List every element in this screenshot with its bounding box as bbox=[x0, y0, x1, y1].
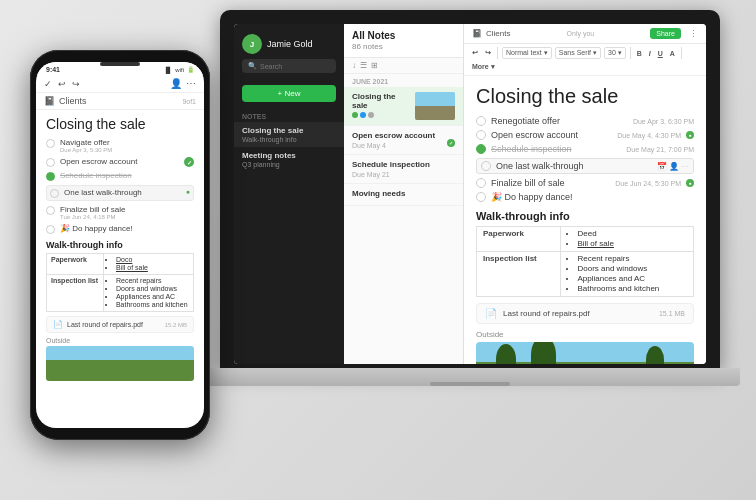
new-note-button[interactable]: + New bbox=[242, 85, 336, 102]
editor-notebook-name: Clients bbox=[486, 29, 510, 38]
task-item-5[interactable]: Finalize bill of sale Due Jun 24, 5:30 P… bbox=[476, 178, 694, 188]
task-checkbox-3[interactable] bbox=[476, 144, 486, 154]
phone-bezel: 9:41 ▐▌ wifi 🔋 ✓ ↩ ↪ 👤 ⋯ � bbox=[30, 50, 210, 440]
sort-button[interactable]: ↓ bbox=[352, 61, 356, 70]
task-more-icon[interactable]: ⋯ bbox=[681, 162, 689, 171]
table-label-paperwork: Paperwork bbox=[477, 227, 561, 252]
underline-button[interactable]: U bbox=[656, 49, 665, 58]
task-assign-icon[interactable]: 👤 bbox=[669, 162, 679, 171]
task-checkbox-5[interactable] bbox=[476, 178, 486, 188]
walkthrough-table: Paperwork Deed Bill of sale Inspection l… bbox=[476, 226, 694, 297]
grid-view-button[interactable]: ⊞ bbox=[371, 61, 378, 70]
task-checkbox-1[interactable] bbox=[476, 116, 486, 126]
editor-content[interactable]: Closing the sale Renegotiate offer Due A… bbox=[464, 76, 706, 364]
redo-button[interactable]: ↪ bbox=[483, 48, 493, 58]
laptop: J Jamie Gold 🔍 Search + New NOTES Closin… bbox=[200, 10, 740, 490]
completion-badge: ✓ bbox=[447, 139, 455, 147]
sidebar-section-label: NOTES bbox=[234, 111, 344, 122]
sidebar-item-closing-sale[interactable]: Closing the sale Walk-through info bbox=[234, 122, 344, 147]
editor-panel: 📓 Clients Only you Share ⋮ ↩ ↪ Normal te… bbox=[464, 24, 706, 364]
share-button[interactable]: Share bbox=[650, 28, 681, 39]
note-list-item-escrow[interactable]: Open escrow account Due May 4 ✓ bbox=[344, 126, 463, 155]
phone-toolbar: ✓ ↩ ↪ 👤 ⋯ bbox=[36, 75, 204, 93]
phone-list-item-doc: Doco bbox=[116, 256, 189, 263]
task-actions-4: 📅 👤 ⋯ bbox=[657, 162, 689, 171]
phone-checkbox-3[interactable] bbox=[46, 172, 55, 181]
font-color-button[interactable]: A bbox=[668, 49, 677, 58]
bold-button[interactable]: B bbox=[635, 49, 644, 58]
phone-walkthrough-table: Paperwork Doco Bill of sale Inspection l… bbox=[46, 253, 194, 312]
phone-content[interactable]: Closing the sale Navigate offer Due Apr … bbox=[36, 110, 204, 428]
task-item-6[interactable]: 🎉 Do happy dance! bbox=[476, 192, 694, 202]
attachment-bar[interactable]: 📄 Last round of repairs.pdf 15.1 MB bbox=[476, 303, 694, 324]
blue-tag-dot bbox=[360, 112, 366, 118]
phone-undo-button[interactable]: ✓ bbox=[44, 79, 52, 89]
undo-button[interactable]: ↩ bbox=[470, 48, 480, 58]
phone-task-3[interactable]: Schedule inspection bbox=[46, 171, 194, 181]
phone-toolbar-left: ✓ ↩ ↪ bbox=[44, 79, 80, 89]
phone-attachment[interactable]: 📄 Last round of repairs.pdf 15.2 MB bbox=[46, 316, 194, 333]
toolbar-separator-3 bbox=[681, 47, 682, 59]
task-item-3[interactable]: Schedule inspection Due May 21, 7:00 PM bbox=[476, 144, 694, 154]
more-options-icon[interactable]: ⋮ bbox=[689, 29, 698, 39]
font-dropdown[interactable]: Sans Serif ▾ bbox=[555, 47, 601, 59]
task-item-4[interactable]: One last walk-through 📅 👤 ⋯ bbox=[476, 158, 694, 174]
laptop-bezel: J Jamie Gold 🔍 Search + New NOTES Closin… bbox=[220, 10, 720, 370]
tree-left bbox=[496, 344, 516, 364]
phone-task-2[interactable]: Open escrow account ✓ bbox=[46, 157, 194, 167]
more-formatting-button[interactable]: More ▾ bbox=[470, 62, 497, 72]
task-checkbox-4[interactable] bbox=[481, 161, 491, 171]
task-item-2[interactable]: Open escrow account Due May 4, 4:30 PM ● bbox=[476, 130, 694, 140]
phone-table-label-paperwork: Paperwork bbox=[47, 254, 104, 275]
phone-back-button[interactable]: ↩ bbox=[58, 79, 66, 89]
phone-forward-button[interactable]: ↪ bbox=[72, 79, 80, 89]
attachment-name: Last round of repairs.pdf bbox=[503, 309, 590, 318]
sidebar-item-meeting-notes[interactable]: Meeting notes Q3 planning bbox=[234, 147, 344, 172]
list-item-doors-windows: Doors and windows bbox=[577, 264, 687, 273]
list-item-appliances: Appliances and AC bbox=[577, 274, 687, 283]
phone-toolbar-right: 👤 ⋯ bbox=[170, 78, 196, 89]
sidebar-search[interactable]: 🔍 Search bbox=[242, 59, 336, 73]
phone-checkbox-1[interactable] bbox=[46, 139, 55, 148]
phone-notch bbox=[100, 62, 140, 66]
notes-list-header: All Notes 86 notes bbox=[344, 24, 463, 58]
task-checkbox-6[interactable] bbox=[476, 192, 486, 202]
phone-checkbox-4[interactable] bbox=[50, 189, 59, 198]
phone-task-6[interactable]: 🎉 Do happy dance! bbox=[46, 224, 194, 234]
task-checkbox-2[interactable] bbox=[476, 130, 486, 140]
phone-share-icon[interactable]: 👤 bbox=[170, 78, 182, 89]
note-list-item-closing-sale[interactable]: Closing the sale bbox=[344, 87, 463, 126]
task-badge-5: ● bbox=[686, 179, 694, 187]
task-item-1[interactable]: Renegotiate offer Due Apr 3, 6:30 PM bbox=[476, 116, 694, 126]
phone-checkbox-2[interactable] bbox=[46, 158, 55, 167]
phone-checkbox-6[interactable] bbox=[46, 225, 55, 234]
attachment-size: 15.1 MB bbox=[659, 310, 685, 317]
walkthrough-section-heading: Walk-through info bbox=[476, 210, 694, 222]
task-calendar-icon[interactable]: 📅 bbox=[657, 162, 667, 171]
phone-checkbox-5[interactable] bbox=[46, 206, 55, 215]
note-list-item-moving[interactable]: Moving needs bbox=[344, 184, 463, 206]
notes-list-count: 86 notes bbox=[352, 42, 455, 51]
toolbar-separator-1 bbox=[497, 47, 498, 59]
phone-task-4[interactable]: One last walk-through ● bbox=[46, 185, 194, 201]
italic-button[interactable]: I bbox=[647, 49, 653, 58]
phone-list-item-appliances: Appliances and AC bbox=[116, 293, 189, 300]
phone-screen: 9:41 ▐▌ wifi 🔋 ✓ ↩ ↪ 👤 ⋯ � bbox=[36, 62, 204, 428]
note-list-item-inspection[interactable]: Schedule inspection Due May 21 bbox=[344, 155, 463, 184]
list-view-button[interactable]: ☰ bbox=[360, 61, 367, 70]
attachment-icon: 📄 bbox=[485, 308, 497, 319]
laptop-screen: J Jamie Gold 🔍 Search + New NOTES Closin… bbox=[234, 24, 706, 364]
phone-list-item-bill: Bill of sale bbox=[116, 264, 189, 271]
phone-task-1[interactable]: Navigate offer Due Apr 3, 5:30 PM bbox=[46, 138, 194, 153]
phone: 9:41 ▐▌ wifi 🔋 ✓ ↩ ↪ 👤 ⋯ � bbox=[30, 50, 210, 440]
editor-top-bar: 📓 Clients Only you Share ⋮ bbox=[464, 24, 706, 44]
size-dropdown[interactable]: 30 ▾ bbox=[604, 47, 626, 59]
editor-toolbar: ↩ ↪ Normal text ▾ Sans Serif ▾ 30 ▾ B I … bbox=[464, 44, 706, 76]
app-layout: J Jamie Gold 🔍 Search + New NOTES Closin… bbox=[234, 24, 706, 364]
phone-task-5[interactable]: Finalize bill of sale Tue Jun 24, 4:18 P… bbox=[46, 205, 194, 220]
tree-right bbox=[646, 346, 664, 364]
phone-more-icon[interactable]: ⋯ bbox=[186, 78, 196, 89]
phone-outside-label: Outside bbox=[46, 337, 194, 344]
outside-section: Outside bbox=[476, 330, 694, 364]
format-dropdown[interactable]: Normal text ▾ bbox=[502, 47, 552, 59]
